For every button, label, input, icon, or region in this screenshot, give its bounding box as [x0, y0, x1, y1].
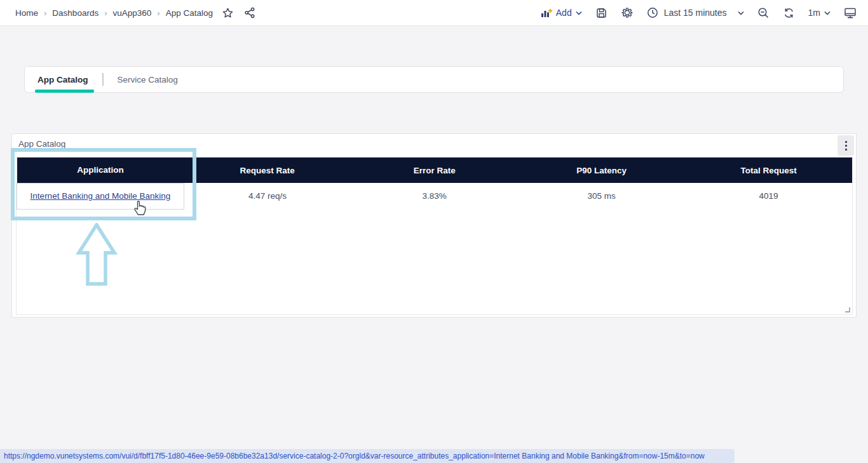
panel-title: App Catalog: [18, 139, 65, 149]
column-header-error-rate[interactable]: Error Rate: [351, 158, 518, 183]
resize-handle[interactable]: [845, 307, 850, 312]
chevron-down-icon: [738, 11, 744, 15]
refresh-interval-picker[interactable]: 1m: [808, 8, 831, 18]
add-label: Add: [556, 8, 572, 18]
table-header-row: Application Request Rate Error Rate P90 …: [17, 158, 853, 183]
settings-gear-icon[interactable]: [621, 6, 634, 19]
time-range-picker[interactable]: Last 15 minutes: [647, 7, 744, 18]
display-monitor-icon[interactable]: [844, 7, 857, 19]
breadcrumb-current-page: App Catalog: [166, 8, 213, 18]
clock-icon: [647, 7, 658, 18]
chevron-down-icon: [576, 11, 582, 15]
tab-app-catalog[interactable]: App Catalog: [37, 75, 88, 84]
link-preview-status-bar: https://ngdemo.vunetsystems.com/vui/d/fb…: [0, 449, 735, 463]
add-panel-control[interactable]: Add: [541, 8, 582, 18]
breadcrumb-separator: ›: [104, 8, 107, 18]
tab-service-catalog[interactable]: Service Catalog: [118, 75, 178, 84]
breadcrumb-home[interactable]: Home: [15, 8, 38, 18]
tab-divider: [102, 73, 104, 86]
catalog-tabs: App Catalog Service Catalog: [24, 66, 844, 93]
cell-error-rate: 3.83%: [351, 183, 518, 209]
toolbar-controls: Add Last 15 minutes: [541, 6, 857, 19]
breadcrumb-separator: ›: [44, 8, 46, 18]
column-header-total-request[interactable]: Total Request: [685, 158, 852, 183]
table-row: Internet Banking and Mobile Banking 4.47…: [17, 183, 853, 209]
app-window: Home › Dashboards › vuApp360 › App Catal…: [0, 0, 868, 463]
refresh-icon[interactable]: [783, 7, 795, 19]
favorite-star-icon[interactable]: [222, 7, 234, 19]
app-catalog-panel: App Catalog Application Request Rate Err…: [11, 133, 857, 318]
save-icon[interactable]: [595, 7, 607, 19]
cell-request-rate: 4.47 req/s: [184, 183, 351, 209]
breadcrumb-separator: ›: [157, 8, 159, 18]
add-chart-icon: [541, 8, 552, 18]
catalog-table: Application Request Rate Error Rate P90 …: [17, 158, 852, 210]
cell-p90-latency: 305 ms: [518, 183, 685, 209]
column-header-p90-latency[interactable]: P90 Latency: [518, 158, 685, 183]
top-navigation-bar: Home › Dashboards › vuApp360 › App Catal…: [0, 0, 868, 26]
zoom-out-icon[interactable]: [757, 7, 770, 19]
catalog-table-container: Application Request Rate Error Rate P90 …: [16, 157, 853, 315]
time-range-label: Last 15 minutes: [664, 8, 727, 18]
column-header-request-rate[interactable]: Request Rate: [184, 158, 351, 183]
application-link[interactable]: Internet Banking and Mobile Banking: [31, 191, 171, 201]
breadcrumb: Home › Dashboards › vuApp360 › App Catal…: [15, 8, 213, 18]
panel-menu-kebab-icon[interactable]: [837, 135, 854, 156]
breadcrumb-vuapp360[interactable]: vuApp360: [113, 8, 152, 18]
cell-total-request: 4019: [685, 183, 852, 209]
breadcrumb-dashboards[interactable]: Dashboards: [52, 8, 98, 18]
cell-application: Internet Banking and Mobile Banking: [17, 183, 184, 209]
column-header-application[interactable]: Application: [17, 158, 184, 183]
chevron-down-icon: [824, 11, 831, 15]
link-preview-url: https://ngdemo.vunetsystems.com/vui/d/fb…: [4, 452, 705, 460]
share-icon[interactable]: [244, 7, 255, 18]
active-tab-indicator: [35, 90, 94, 93]
refresh-interval-label: 1m: [808, 8, 820, 18]
